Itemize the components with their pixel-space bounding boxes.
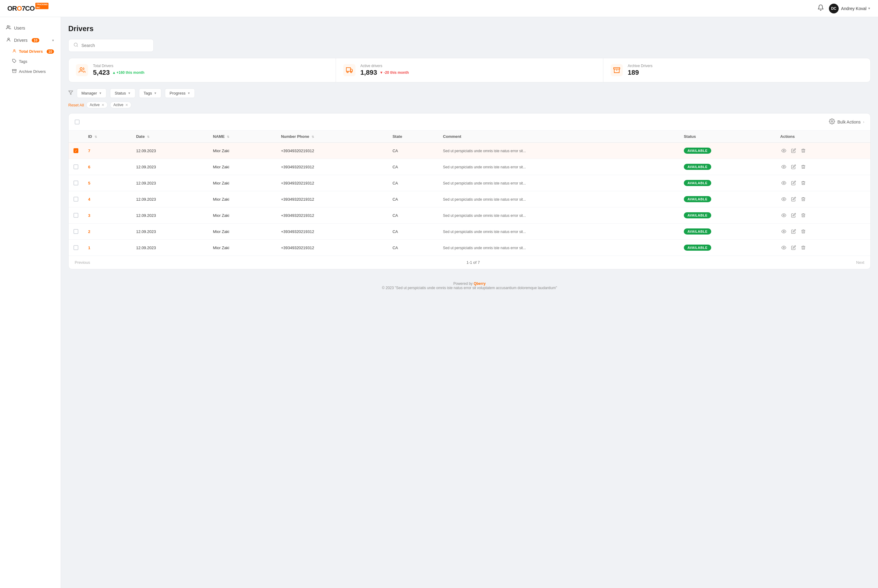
arrow-down-icon: ▼	[379, 70, 383, 75]
table-body: ✓ 7 12.09.2023 Mior Zaki +39349320219312…	[69, 143, 871, 256]
th-id[interactable]: ID ⇅	[83, 130, 131, 143]
stat-total-change: ▲ +160 this month	[112, 70, 144, 75]
edit-button-4[interactable]	[790, 195, 797, 203]
table-row: 4 12.09.2023 Mior Zaki +39349320219312 C…	[69, 191, 871, 207]
svg-point-8	[80, 68, 82, 70]
delete-button-7[interactable]	[800, 147, 807, 154]
stat-archive-info: Archive Drivers 189	[628, 64, 652, 76]
table-row: 5 12.09.2023 Mior Zaki +39349320219312 C…	[69, 175, 871, 191]
bulk-actions-label: Bulk Actions	[838, 120, 861, 124]
total-drivers-icon	[12, 49, 16, 54]
view-button-4[interactable]	[780, 195, 787, 203]
footer-powered-text: Powered by	[453, 282, 472, 286]
select-all-checkbox[interactable]	[75, 120, 79, 124]
view-button-2[interactable]	[780, 228, 787, 235]
view-button-5[interactable]	[780, 179, 787, 187]
filter-tags-label: Tags	[144, 91, 152, 96]
row-date-6: 12.09.2023	[131, 159, 208, 175]
th-comment-label: Comment	[443, 134, 461, 139]
view-button-3[interactable]	[780, 212, 787, 219]
edit-button-3[interactable]	[790, 212, 797, 219]
search-bar[interactable]	[68, 39, 154, 52]
sidebar-item-drivers[interactable]: Drivers 10 ▼	[0, 34, 61, 46]
row-checkbox-2[interactable]	[73, 229, 78, 234]
search-input[interactable]	[81, 43, 148, 48]
sidebar-item-archive-drivers[interactable]: Archive Drivers	[12, 66, 61, 76]
filter-status-button[interactable]: Status ▼	[110, 88, 135, 98]
delete-button-4[interactable]	[800, 195, 807, 203]
pagination-prev-button[interactable]: Previous	[75, 260, 90, 265]
row-checkbox-6[interactable]	[73, 164, 78, 169]
delete-button-6[interactable]	[800, 163, 807, 171]
stat-active-change: ▼ -20 this month	[379, 70, 409, 75]
svg-point-2	[14, 50, 15, 51]
logo-badge: TRACKINGINC	[35, 3, 48, 9]
edit-button-2[interactable]	[790, 228, 797, 235]
tags-icon	[12, 59, 16, 64]
edit-button-6[interactable]	[790, 163, 797, 171]
logo-text: ORO7CO	[7, 4, 34, 12]
stat-active-icon	[343, 64, 355, 76]
stat-total-label: Total Drivers	[93, 64, 144, 68]
stat-archive-number: 189	[628, 69, 639, 76]
row-state-7: CA	[388, 143, 438, 159]
filter-tags-button[interactable]: Tags ▼	[139, 88, 161, 98]
active-filters: Reset All Active ✕ Active ✕	[68, 102, 871, 108]
view-button-7[interactable]	[780, 147, 787, 154]
bulk-actions-button[interactable]: Bulk Actions ›	[829, 118, 864, 125]
filter-tag-close-2[interactable]: ✕	[125, 103, 128, 107]
row-actions-3	[775, 207, 871, 224]
row-phone-3: +39349320219312	[276, 207, 388, 224]
sidebar-item-tags[interactable]: Tags	[12, 56, 61, 66]
notification-bell-icon[interactable]	[817, 4, 824, 12]
pagination-next-button[interactable]: Next	[856, 260, 864, 265]
logo[interactable]: ORO7CO TRACKINGINC	[7, 4, 48, 12]
view-button-1[interactable]	[780, 244, 787, 251]
filter-manager-button[interactable]: Manager ▼	[77, 88, 106, 98]
svg-point-6	[74, 43, 78, 46]
th-id-label: ID	[88, 134, 92, 139]
stat-active-number: 1,893	[360, 69, 377, 76]
th-phone[interactable]: Number Phone ⇅	[276, 130, 388, 143]
actions-cell-4	[780, 195, 866, 203]
svg-point-0	[7, 26, 9, 27]
row-actions-6	[775, 159, 871, 175]
row-checkbox-5[interactable]	[73, 180, 78, 185]
view-button-6[interactable]	[780, 163, 787, 171]
reset-all-button[interactable]: Reset All	[68, 103, 84, 107]
filter-progress-label: Progress	[169, 91, 185, 96]
filter-progress-button[interactable]: Progress ▼	[165, 88, 195, 98]
row-phone-4: +39349320219312	[276, 191, 388, 207]
row-actions-5	[775, 175, 871, 191]
edit-button-1[interactable]	[790, 244, 797, 251]
delete-button-5[interactable]	[800, 179, 807, 187]
user-menu[interactable]: DC Andrey Koval ▼	[829, 4, 871, 14]
th-date-label: Date	[136, 134, 144, 139]
stats-row: Total Drivers 5,423 ▲ +160 this month	[68, 58, 871, 82]
svg-point-17	[783, 150, 784, 151]
delete-button-3[interactable]	[800, 212, 807, 219]
app-container: ORO7CO TRACKINGINC DC Andrey Koval ▼	[0, 0, 878, 588]
svg-point-16	[831, 121, 833, 122]
th-name[interactable]: NAME ⇅	[208, 130, 276, 143]
stat-archive-value: 189	[628, 69, 652, 76]
edit-button-7[interactable]	[790, 147, 797, 154]
filter-tag-label-1: Active	[90, 103, 100, 107]
row-checkbox-1[interactable]	[73, 245, 78, 250]
delete-button-2[interactable]	[800, 228, 807, 235]
filter-tag-close-1[interactable]: ✕	[102, 103, 104, 107]
stat-archive-label: Archive Drivers	[628, 64, 652, 68]
delete-button-1[interactable]	[800, 244, 807, 251]
total-drivers-label: Total Drivers	[19, 49, 43, 54]
row-checkbox-4[interactable]	[73, 197, 78, 202]
table-row: 3 12.09.2023 Mior Zaki +39349320219312 C…	[69, 207, 871, 224]
svg-point-19	[783, 182, 784, 184]
sidebar-item-total-drivers[interactable]: Total Drivers 10	[12, 46, 61, 56]
row-checkbox-3[interactable]	[73, 213, 78, 218]
row-checkbox-7[interactable]: ✓	[73, 148, 78, 153]
sidebar-item-users[interactable]: Users	[0, 22, 61, 34]
edit-button-5[interactable]	[790, 179, 797, 187]
row-actions-4	[775, 191, 871, 207]
stat-active-label: Active drivers	[360, 64, 409, 68]
th-date[interactable]: Date ⇅	[131, 130, 208, 143]
